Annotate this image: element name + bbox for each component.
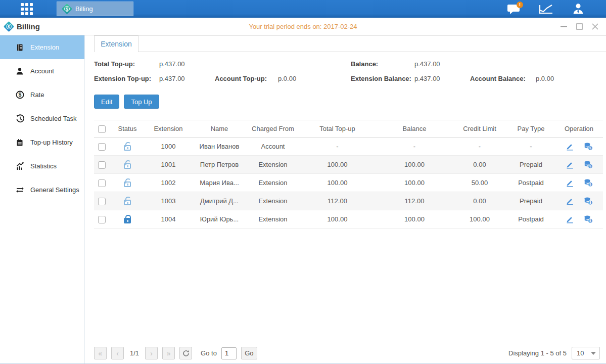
column-header-pay-type: Pay Type	[507, 120, 555, 138]
name-cell: Дмитрий Д...	[191, 192, 248, 210]
refresh-button[interactable]	[179, 347, 192, 359]
edit-pencil-icon[interactable]	[566, 178, 575, 187]
charged-from-cell: Account	[248, 138, 298, 156]
top-up-coins-icon[interactable]: $	[584, 160, 593, 169]
edit-button[interactable]: Edit	[94, 95, 119, 109]
top-up-coins-icon[interactable]: $	[584, 178, 593, 187]
extension-cell: 1002	[146, 174, 191, 192]
svg-text:$: $	[589, 183, 591, 187]
ledger-icon	[15, 43, 24, 52]
name-cell: Петр Петров	[191, 156, 248, 174]
sidebar-item-label: Rate	[30, 91, 44, 99]
tab-bar: Extension	[85, 35, 606, 52]
svg-text:$: $	[589, 219, 591, 223]
top-up-coins-icon[interactable]: $	[584, 142, 593, 151]
sidebar-item-scheduled-task[interactable]: Scheduled Task	[0, 107, 84, 130]
lock-status-icon	[124, 200, 131, 205]
name-cell: Юрий Юрь...	[191, 210, 248, 229]
sidebar-item-label: Top-up History	[30, 139, 73, 146]
balance-cell: -	[377, 138, 452, 156]
top-up-coins-icon[interactable]: $	[584, 197, 593, 205]
total-topup-value: p.437.00	[159, 60, 215, 68]
charged-from-cell: Extension	[248, 210, 298, 229]
page-size-select[interactable]: 10	[572, 347, 600, 359]
extension-topup-value: p.437.00	[159, 75, 215, 82]
goto-page-input[interactable]	[221, 347, 237, 359]
pay-type-cell: -	[507, 138, 555, 156]
minimize-button[interactable]	[560, 22, 568, 30]
sidebar-item-statistics[interactable]: Statistics	[0, 154, 84, 178]
close-button[interactable]	[591, 22, 599, 30]
column-header-total-topup: Total Top-up	[298, 120, 377, 138]
row-checkbox[interactable]	[98, 143, 106, 151]
table-row: 1001 Петр Петров Extension 100.00 100.00…	[94, 156, 603, 174]
trial-period-message: Your trial period ends on: 2017-02-24	[0, 23, 606, 30]
sidebar-item-extension[interactable]: Extension	[0, 35, 84, 59]
edit-pencil-icon[interactable]	[566, 215, 575, 223]
credit-limit-cell: 50.00	[452, 174, 507, 192]
first-page-button[interactable]: «	[94, 347, 107, 359]
account-balance-label: Account Balance:	[470, 75, 536, 82]
column-header-credit-limit: Credit Limit	[452, 120, 507, 138]
select-all-checkbox[interactable]	[98, 125, 106, 133]
table-body: 1000 Иван Иванов Account - - - -	[94, 138, 603, 229]
taskbar-tab-billing[interactable]: $ Billing	[57, 2, 133, 16]
table-header-row: Status Extension Name Charged From Total…	[94, 120, 603, 138]
balance-label: Balance:	[351, 60, 414, 68]
row-checkbox[interactable]	[98, 179, 106, 187]
edit-pencil-icon[interactable]	[566, 160, 575, 169]
prev-page-button[interactable]: ‹	[111, 347, 124, 359]
name-cell: Мария Ива...	[191, 174, 248, 192]
pay-type-cell: Postpaid	[507, 174, 555, 192]
billing-title-diamond-icon: $	[4, 21, 14, 31]
extension-balance-label: Extension Balance:	[351, 75, 414, 82]
pay-type-cell: Postpaid	[507, 210, 555, 229]
last-page-button[interactable]: »	[162, 347, 175, 359]
top-up-button[interactable]: Top Up	[124, 95, 159, 109]
tab-extension[interactable]: Extension	[94, 35, 138, 52]
sidebar-item-general-settings[interactable]: General Settings	[0, 178, 84, 202]
lock-status-icon	[124, 181, 131, 187]
top-up-coins-icon[interactable]: $	[584, 215, 593, 223]
table-row: 1000 Иван Иванов Account - - - -	[94, 138, 603, 156]
row-checkbox[interactable]	[98, 198, 106, 205]
chevron-down-icon	[591, 352, 596, 355]
goto-label: Go to	[201, 349, 217, 357]
user-account-icon[interactable]	[571, 3, 586, 16]
sidebar-item-rate[interactable]: $ Rate	[0, 83, 84, 107]
go-button[interactable]: Go	[241, 347, 257, 359]
extension-balance-value: p.437.00	[414, 75, 470, 82]
sidebar: Extension Account $ Rate Scheduled Task	[0, 35, 85, 363]
reports-chart-icon[interactable]	[538, 3, 553, 16]
balance-cell: 100.00	[377, 174, 452, 192]
svg-text:$: $	[589, 201, 591, 205]
person-icon	[15, 67, 24, 76]
row-checkbox[interactable]	[98, 216, 106, 223]
sidebar-item-label: Scheduled Task	[30, 115, 77, 122]
charged-from-cell: Extension	[248, 156, 298, 174]
sidebar-item-account[interactable]: Account	[0, 59, 84, 83]
window-titlebar: $ Billing Your trial period ends on: 201…	[0, 18, 606, 35]
page-indicator: 1/1	[130, 349, 139, 357]
total-topup-cell: 112.00	[298, 192, 377, 210]
table-row: 1004 Юрий Юрь... Extension 100.00 100.00…	[94, 210, 603, 229]
balance-cell: 100.00	[377, 156, 452, 174]
tab-bar-filler	[138, 35, 606, 52]
app-launcher-grid-icon[interactable]	[19, 2, 34, 17]
edit-pencil-icon[interactable]	[566, 142, 575, 151]
notebook-icon	[15, 138, 24, 147]
edit-pencil-icon[interactable]	[566, 197, 575, 205]
charged-from-cell: Extension	[248, 192, 298, 210]
next-page-button[interactable]: ›	[145, 347, 158, 359]
total-topup-cell: 100.00	[298, 174, 377, 192]
row-checkbox[interactable]	[98, 161, 106, 169]
notification-badge: !	[517, 2, 523, 8]
account-balance-value: p.0.00	[536, 75, 606, 82]
total-topup-cell: 100.00	[298, 210, 377, 229]
maximize-button[interactable]	[575, 22, 583, 30]
sidebar-item-topup-history[interactable]: Top-up History	[0, 130, 84, 154]
taskbar-tab-label: Billing	[75, 5, 93, 13]
svg-text:$: $	[18, 92, 21, 98]
notifications-chat-icon[interactable]: !	[506, 3, 521, 16]
column-header-extension: Extension	[146, 120, 191, 138]
